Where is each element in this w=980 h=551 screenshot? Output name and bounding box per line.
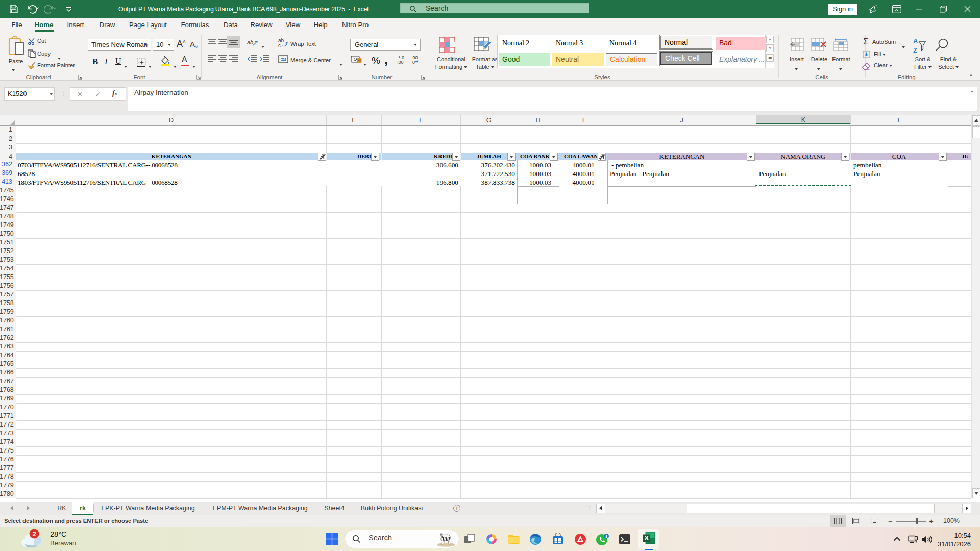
svg-text:c: c: [278, 43, 281, 48]
svg-text:ab: ab: [247, 39, 253, 45]
svg-text:.00: .00: [397, 60, 404, 64]
svg-text:8: 8: [605, 534, 607, 539]
svg-text:0: 0: [412, 60, 415, 64]
svg-text:2: 2: [32, 530, 36, 538]
svg-text:Z: Z: [913, 46, 917, 54]
svg-text:A: A: [913, 37, 918, 45]
